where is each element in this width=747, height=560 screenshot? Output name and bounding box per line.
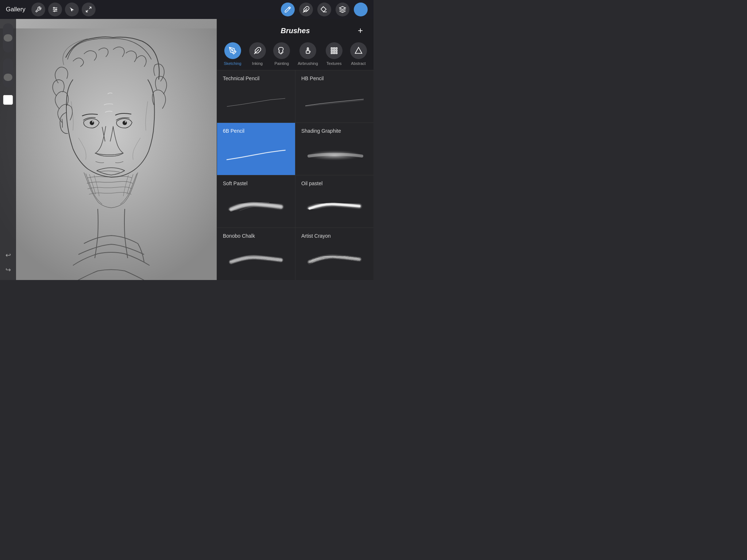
svg-rect-25 <box>333 50 335 51</box>
size-slider-thumb <box>4 74 12 81</box>
svg-rect-24 <box>331 50 332 51</box>
svg-point-5 <box>54 11 55 12</box>
textures-icon <box>326 42 342 59</box>
brush-name: Soft Pastel <box>223 180 289 186</box>
svg-point-12 <box>90 121 94 125</box>
brush-item-technical-pencil[interactable]: Technical Pencil <box>217 70 295 122</box>
brush-name: Shading Graphite <box>301 128 368 134</box>
brush-preview <box>223 241 289 276</box>
adjust-button[interactable] <box>48 3 62 16</box>
svg-rect-22 <box>333 48 335 49</box>
category-tab-inking[interactable]: Inking <box>249 42 266 66</box>
brush-preview <box>223 188 289 223</box>
brush-name: Artist Crayon <box>301 233 368 239</box>
category-tab-abstract[interactable]: Abstract <box>350 42 367 66</box>
opacity-slider-thumb <box>4 34 12 42</box>
svg-rect-27 <box>331 52 332 54</box>
svg-rect-23 <box>336 48 337 49</box>
airbrushing-icon <box>299 42 316 59</box>
left-sidebar: ↩ ↪ <box>0 19 16 280</box>
brush-preview <box>301 83 368 118</box>
brush-name: Oil pastel <box>301 180 368 186</box>
svg-rect-29 <box>336 52 337 54</box>
layers-button[interactable] <box>336 3 349 16</box>
size-slider[interactable] <box>3 58 13 88</box>
transform-button[interactable] <box>82 3 96 16</box>
brush-item-hb-pencil[interactable]: HB Pencil <box>295 70 374 122</box>
brush-name: Technical Pencil <box>223 75 289 81</box>
wrench-button[interactable] <box>31 3 45 16</box>
brush-preview <box>223 136 289 171</box>
eraser-button[interactable] <box>317 3 331 16</box>
category-tab-airbrushing[interactable]: Airbrushing <box>298 42 318 66</box>
airbrushing-label: Airbrushing <box>298 61 318 66</box>
brush-preview <box>301 136 368 171</box>
svg-point-20 <box>307 48 309 49</box>
smudge-button[interactable] <box>299 3 313 16</box>
brush-item-artist-crayon[interactable]: Artist Crayon <box>295 228 374 280</box>
redo-button[interactable]: ↪ <box>2 264 14 276</box>
sketching-icon <box>224 42 241 59</box>
brush-list: Technical Pencil HB Pencil 6B Pencil <box>217 70 374 280</box>
opacity-slider[interactable] <box>3 23 13 52</box>
brush-preview <box>223 83 289 118</box>
svg-point-16 <box>232 50 233 51</box>
brush-item-bonobo-chalk[interactable]: Bonobo Chalk <box>217 228 295 280</box>
svg-point-18 <box>281 52 282 53</box>
inking-label: Inking <box>252 61 263 66</box>
category-tab-sketching[interactable]: Sketching <box>224 42 241 66</box>
brushes-title: Brushes <box>236 27 355 35</box>
svg-point-14 <box>123 121 127 125</box>
toolbar-right <box>281 3 368 16</box>
svg-rect-19 <box>306 51 309 53</box>
svg-rect-21 <box>331 48 332 49</box>
category-tab-textures[interactable]: Textures <box>326 42 342 66</box>
brush-item-soft-pastel[interactable]: Soft Pastel <box>217 175 295 228</box>
brushes-panel: Brushes + Sketching Inking <box>217 19 374 280</box>
undo-button[interactable]: ↩ <box>2 249 14 261</box>
inking-icon <box>249 42 266 59</box>
svg-line-7 <box>86 10 88 12</box>
brush-name: 6B Pencil <box>223 128 289 134</box>
svg-marker-10 <box>340 7 346 9</box>
abstract-label: Abstract <box>351 61 365 66</box>
top-toolbar: Gallery <box>0 0 374 19</box>
abstract-icon <box>350 42 367 59</box>
brush-item-shading-graphite[interactable]: Shading Graphite <box>295 123 374 175</box>
brush-name: Bonobo Chalk <box>223 233 289 239</box>
brush-preview <box>301 241 368 276</box>
textures-label: Textures <box>326 61 342 66</box>
brush-item-6b-pencil[interactable]: 6B Pencil <box>217 123 295 175</box>
svg-line-6 <box>89 7 91 9</box>
brush-item-oil-pastel[interactable]: Oil pastel <box>295 175 374 228</box>
sketching-label: Sketching <box>224 61 241 66</box>
add-brush-button[interactable]: + <box>355 25 366 36</box>
painting-label: Painting <box>274 61 289 66</box>
svg-rect-28 <box>333 52 335 54</box>
canvas-area <box>0 19 226 280</box>
svg-point-3 <box>53 7 54 8</box>
user-avatar[interactable] <box>354 3 368 16</box>
canvas-sketch <box>0 19 226 280</box>
selection-button[interactable] <box>65 3 79 16</box>
gallery-button[interactable]: Gallery <box>6 6 26 13</box>
painting-icon <box>273 42 290 59</box>
svg-point-4 <box>55 9 57 10</box>
brush-preview <box>301 188 368 223</box>
svg-point-13 <box>92 121 93 122</box>
svg-point-15 <box>125 121 126 122</box>
svg-rect-11 <box>0 28 226 280</box>
color-swatch[interactable] <box>3 95 13 105</box>
brushes-header: Brushes + <box>217 19 374 41</box>
category-tab-painting[interactable]: Painting <box>273 42 290 66</box>
svg-rect-26 <box>336 50 337 51</box>
brush-name: HB Pencil <box>301 75 368 81</box>
brush-categories: Sketching Inking Painting <box>217 41 374 70</box>
paintbrush-button[interactable] <box>281 3 295 16</box>
svg-marker-30 <box>355 47 361 54</box>
